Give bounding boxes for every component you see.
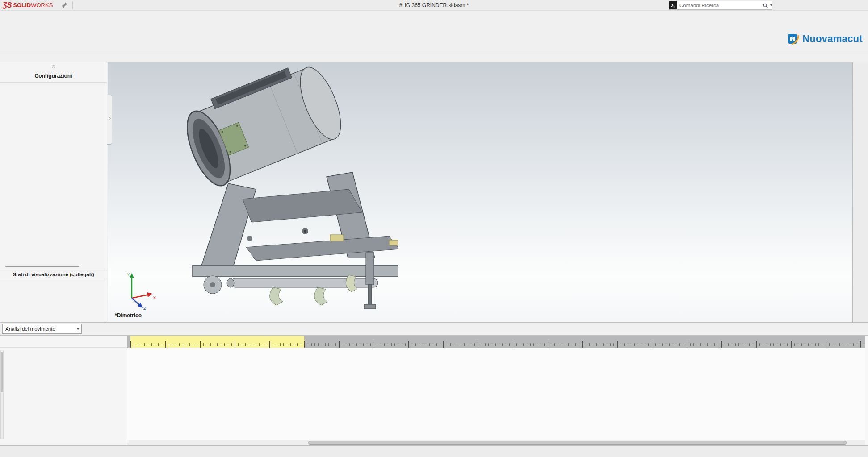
display-states-list bbox=[0, 280, 107, 282]
chevron-down-icon: ▾ bbox=[75, 327, 81, 331]
solidworks-logo: ƷS SOLIDWORKS bbox=[0, 1, 58, 9]
ribbon-tabs bbox=[0, 50, 868, 62]
motion-table-button[interactable] bbox=[860, 324, 863, 334]
timeline-key-area[interactable] bbox=[127, 348, 865, 440]
motionmanager-toolbar: Analisi del movimento ▾ bbox=[0, 322, 868, 336]
ribbon-tab-row bbox=[0, 50, 868, 62]
svg-text:X: X bbox=[153, 295, 156, 300]
solidworks-window: ƷS SOLIDWORKS #HG 365 GRINDER.sldasm * ▾ bbox=[0, 0, 868, 457]
nuovamacut-logo-icon bbox=[788, 33, 800, 45]
chevron-down-icon[interactable]: ▾ bbox=[770, 4, 772, 7]
scrollbar-thumb[interactable] bbox=[308, 441, 847, 445]
solidworks-logo-icon: ƷS bbox=[3, 1, 12, 9]
configurations-tree bbox=[0, 83, 107, 87]
command-manager: Nuovamacut bbox=[0, 11, 868, 50]
addins-toolbar bbox=[0, 11, 868, 50]
study-type-select[interactable]: Analisi del movimento ▾ bbox=[2, 324, 82, 334]
orientation-triad: Y X Z bbox=[123, 270, 160, 310]
motion-tree bbox=[4, 348, 127, 445]
brand: Nuovamacut bbox=[788, 33, 863, 45]
search-icon[interactable] bbox=[763, 3, 768, 8]
brand-name: Nuovamacut bbox=[802, 33, 863, 45]
timeline-h-scrollbar[interactable] bbox=[127, 440, 865, 445]
title-bar: ƷS SOLIDWORKS #HG 365 GRINDER.sldasm * ▾ bbox=[0, 0, 868, 11]
pin-icon[interactable] bbox=[61, 2, 68, 9]
timeline-filter-bar bbox=[0, 336, 127, 348]
motionmanager-timeline bbox=[0, 336, 868, 445]
search-prompt-icon bbox=[669, 1, 677, 9]
panel-scrollbar[interactable] bbox=[5, 266, 79, 267]
view-orientation-label: *Dimetrico bbox=[115, 312, 142, 319]
timeline-ruler[interactable] bbox=[127, 336, 865, 348]
document-title: #HG 365 GRINDER.sldasm * bbox=[399, 2, 469, 8]
panel-flyout-handle[interactable] bbox=[107, 95, 112, 145]
display-states-section: Stati di visualizzazione (collegati) bbox=[0, 269, 107, 282]
search-input[interactable] bbox=[677, 3, 763, 8]
motion-tree-scrollbar[interactable] bbox=[0, 350, 4, 439]
feature-manager-panel: Configurazioni Stati di visualizzazione … bbox=[0, 62, 107, 322]
panel-grip[interactable] bbox=[52, 65, 55, 68]
grinder-3d-model[interactable] bbox=[139, 65, 398, 316]
sheet-tab-bar bbox=[0, 445, 868, 457]
display-states-title: Stati di visualizzazione (collegati) bbox=[0, 269, 107, 280]
motion-tree-pane bbox=[0, 336, 127, 445]
graphics-viewport[interactable]: Y X Z *Dimetrico bbox=[108, 62, 852, 322]
svg-text:Z: Z bbox=[143, 306, 146, 310]
svg-text:Y: Y bbox=[127, 272, 130, 277]
panel-title: Configurazioni bbox=[0, 69, 107, 83]
command-search[interactable]: ▾ bbox=[669, 1, 772, 10]
task-pane bbox=[852, 62, 868, 322]
